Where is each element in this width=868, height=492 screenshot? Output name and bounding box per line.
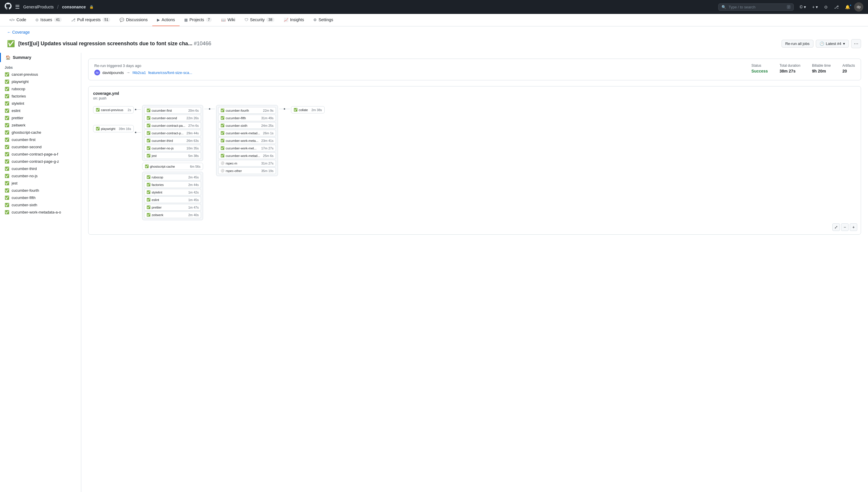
job-name: zeitwerk — [11, 123, 26, 127]
sidebar-job[interactable]: ✅ cucumber-no-js — [0, 172, 81, 179]
node-icon: ✅ — [221, 124, 225, 127]
sidebar-job[interactable]: ✅ cucumber-second — [0, 143, 81, 151]
node-factories[interactable]: ✅ factories 2m 44s — [144, 181, 201, 188]
tab-discussions[interactable]: 💬 Discussions — [115, 14, 152, 26]
sidebar-job[interactable]: ✅ cancel-previous — [0, 71, 81, 78]
node-jest[interactable]: ✅ jest 5m 38s — [144, 152, 201, 159]
insights-icon: 📈 — [284, 18, 288, 22]
sidebar-job[interactable]: ✅ prettier — [0, 114, 81, 122]
node-cucumber-fifth[interactable]: ✅ cucumber-fifth 31m 49s — [218, 115, 276, 121]
node-eslint[interactable]: ✅ eslint 1m 45s — [144, 196, 201, 203]
sidebar-job[interactable]: ✅ cucumber-work-metadata-a-o — [0, 208, 81, 216]
pr-nav-button[interactable]: ⎇ — [832, 3, 841, 10]
tab-wiki[interactable]: 📖 Wiki — [217, 14, 240, 26]
tab-projects[interactable]: ▦ Projects 7 — [179, 14, 217, 26]
job-success-icon: ✅ — [5, 203, 9, 207]
node-cancel-previous[interactable]: ✅ cancel-previous 2s — [93, 106, 134, 114]
node-cucumber-work-metad4[interactable]: ✅ cucumber-work-metad... 25m 6s — [218, 152, 276, 159]
node-name: cucumber-second — [152, 116, 177, 120]
sidebar-job[interactable]: ✅ cucumber-contract-page-a-f — [0, 151, 81, 158]
node-icon: ✅ — [147, 175, 151, 179]
artifacts-section: Artifacts 20 — [842, 64, 855, 73]
sidebar-job[interactable]: ✅ ghostscript-cache — [0, 129, 81, 136]
sidebar-job[interactable]: ✅ cucumber-third — [0, 165, 81, 172]
node-stylelint[interactable]: ✅ stylelint 1m 42s — [144, 189, 201, 196]
search-bar[interactable]: 🔍 Type / to search / — [718, 3, 794, 11]
avatar[interactable]: dp — [854, 2, 863, 11]
node-name: cucumber-work-met... — [226, 147, 256, 150]
node-name: jest — [152, 154, 157, 157]
zoom-controls: ⤢ − + — [832, 223, 857, 231]
sidebar-summary[interactable]: 🏠 Summary — [0, 53, 81, 62]
sidebar-job[interactable]: ✅ factories — [0, 93, 81, 100]
connector-1-2 — [135, 105, 141, 133]
node-cucumber-work-meta1[interactable]: ✅ cucumber-work-metad... 26m 1s — [218, 130, 276, 136]
node-icon: ✅ — [145, 165, 149, 168]
job-name: cucumber-fifth — [11, 196, 35, 200]
zoom-in-button[interactable]: + — [850, 223, 857, 231]
breadcrumb-link[interactable]: ← Coverage — [7, 30, 30, 34]
node-cucumber-fourth[interactable]: ✅ cucumber-fourth 22m 9s — [218, 107, 276, 114]
sidebar-job[interactable]: ✅ cucumber-contract-page-g-z — [0, 158, 81, 165]
node-rubocop[interactable]: ✅ rubocop 2m 45s — [144, 174, 201, 180]
node-zeitwerk[interactable]: ✅ zeitwerk 2m 40s — [144, 212, 201, 218]
tab-issues[interactable]: ⊙ Issues 41 — [31, 14, 67, 26]
node-rspec-other[interactable]: ⚪ rspec-other 35m 19s — [218, 167, 276, 174]
sidebar-job[interactable]: ✅ jest — [0, 179, 81, 187]
trigger-avatar: dp — [94, 70, 100, 75]
issues-icon: ⊙ — [35, 18, 39, 22]
rerun-button[interactable]: Re-run all jobs — [782, 40, 814, 48]
sidebar-job[interactable]: ✅ rubocop — [0, 85, 81, 93]
tab-discussions-label: Discussions — [126, 18, 148, 22]
new-button[interactable]: + ▾ — [810, 3, 820, 10]
node-cucumber-third[interactable]: ✅ cucumber-third 26m 63s — [144, 137, 201, 144]
trigger-branch-link[interactable]: feature/css/font-size-sca... — [148, 71, 192, 75]
node-cucumber-first[interactable]: ✅ cucumber-first 20m 6s — [144, 107, 201, 114]
sidebar-job[interactable]: ✅ zeitwerk — [0, 122, 81, 129]
job-name: jest — [11, 181, 18, 186]
sidebar-job[interactable]: ✅ cucumber-fourth — [0, 187, 81, 194]
trigger-commit-link[interactable]: f4b2ca1 — [132, 71, 146, 75]
node-playwright[interactable]: ✅ playwright 39m 16s — [93, 125, 134, 132]
copilot-button[interactable]: © ▾ — [797, 3, 808, 10]
node-prettier[interactable]: ✅ prettier 1m 47s — [144, 204, 201, 211]
zoom-out-button[interactable]: − — [841, 223, 848, 231]
node-cucumber-work-met3[interactable]: ✅ cucumber-work-met... 17m 27s — [218, 145, 276, 151]
sidebar-job[interactable]: ✅ cucumber-sixth — [0, 201, 81, 208]
issues-nav-button[interactable]: ⊙ — [822, 3, 830, 10]
node-rspec-m[interactable]: ⚪ rspec-m 31m 27s — [218, 160, 276, 167]
node-cucumber-contract-pa[interactable]: ✅ cucumber-contract-pa... 27m 6s — [144, 122, 201, 129]
breadcrumb: ← Coverage — [0, 26, 868, 38]
node-ghostscript-cache[interactable]: ✅ ghostscript-cache 6m 56s — [142, 163, 203, 170]
node-cucumber-contract-p[interactable]: ✅ cucumber-contract-p... 29m 44s — [144, 130, 201, 136]
tab-actions[interactable]: ▶ Actions — [152, 14, 179, 26]
tab-insights[interactable]: 📈 Insights — [279, 14, 309, 26]
page-header: ✅ [test][ui] Updates visual regression s… — [0, 38, 868, 53]
notifications-button[interactable]: 🔔 — [843, 3, 852, 10]
tab-security[interactable]: 🛡 Security 38 — [240, 14, 279, 26]
sidebar-job[interactable]: ✅ stylelint — [0, 100, 81, 107]
trigger-user[interactable]: davidpounds — [102, 71, 124, 75]
node-cucumber-sixth[interactable]: ✅ cucumber-sixth 24m 25s — [218, 122, 276, 129]
tab-pull-requests[interactable]: ⎇ Pull requests 51 — [67, 14, 115, 26]
node-cucumber-second[interactable]: ✅ cucumber-second 22m 26s — [144, 115, 201, 121]
more-options-button[interactable]: ⋯ — [851, 39, 861, 48]
nav-hamburger-icon[interactable]: ☰ — [15, 4, 20, 10]
node-cucumber-no-js[interactable]: ✅ cucumber-no-js 10m 35s — [144, 145, 201, 151]
page-title: [test][ui] Updates visual regression scr… — [18, 41, 778, 47]
node-collate[interactable]: ✅ collate 2m 38s — [291, 106, 325, 114]
latest-run-button[interactable]: 🕐 Latest #4 ▾ — [816, 40, 849, 48]
sidebar-job[interactable]: ✅ eslint — [0, 107, 81, 114]
nav-org[interactable]: GeneralProducts — [23, 5, 54, 9]
sidebar-job[interactable]: ✅ cucumber-first — [0, 136, 81, 143]
tab-settings[interactable]: ⚙ Settings — [309, 14, 338, 26]
trigger-section: Re-run triggered 3 days ago dp davidpoun… — [94, 64, 740, 75]
zoom-fit-button[interactable]: ⤢ — [832, 223, 840, 231]
sidebar-job[interactable]: ✅ playwright — [0, 78, 81, 85]
jobs-section-label: Jobs — [0, 63, 81, 71]
sidebar-job[interactable]: ✅ cucumber-fifth — [0, 194, 81, 201]
node-cucumber-work-meta2[interactable]: ✅ cucumber-work-meta... 23m 41s — [218, 137, 276, 144]
tab-code[interactable]: </> Code — [5, 14, 31, 26]
github-logo-icon[interactable] — [5, 3, 11, 11]
nav-repo[interactable]: consonance — [62, 5, 86, 9]
